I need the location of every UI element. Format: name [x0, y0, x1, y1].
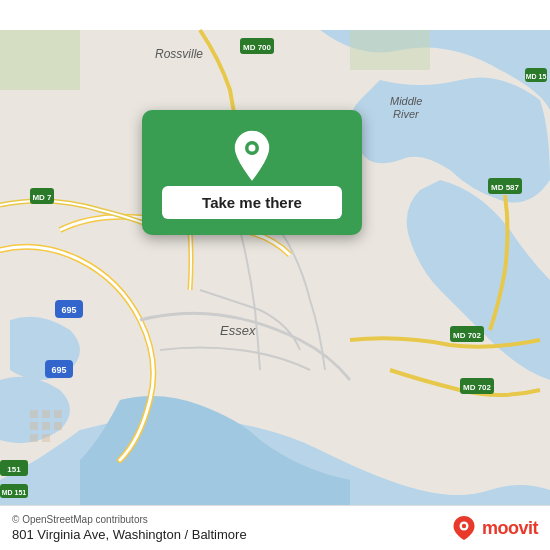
svg-rect-5	[54, 410, 62, 418]
svg-text:MD 15: MD 15	[526, 73, 547, 80]
moovit-brand-name: moovit	[482, 518, 538, 539]
bottom-bar: © OpenStreetMap contributors 801 Virgini…	[0, 505, 550, 550]
svg-rect-8	[54, 422, 62, 430]
svg-text:Middle: Middle	[390, 95, 422, 107]
svg-text:MD 587: MD 587	[491, 183, 520, 192]
svg-rect-1	[0, 30, 80, 90]
action-card: Take me there	[142, 110, 362, 235]
svg-text:695: 695	[51, 365, 66, 375]
location-pin-icon	[228, 128, 276, 176]
svg-text:Essex: Essex	[220, 323, 256, 338]
svg-text:151: 151	[7, 465, 21, 474]
svg-text:MD 702: MD 702	[463, 383, 492, 392]
moovit-logo-icon	[450, 514, 478, 542]
svg-rect-3	[30, 410, 38, 418]
bottom-left-info: © OpenStreetMap contributors 801 Virgini…	[12, 514, 247, 542]
svg-rect-10	[42, 434, 50, 442]
svg-rect-9	[30, 434, 38, 442]
map-container: 695 695 MD 7 MD 700 MD 702 MD 702 MD 587…	[0, 0, 550, 550]
svg-text:MD 151: MD 151	[2, 489, 27, 496]
svg-rect-7	[42, 422, 50, 430]
map-background: 695 695 MD 7 MD 700 MD 702 MD 702 MD 587…	[0, 0, 550, 550]
svg-point-40	[462, 524, 466, 528]
svg-text:Rossville: Rossville	[155, 47, 203, 61]
svg-text:695: 695	[61, 305, 76, 315]
svg-text:MD 702: MD 702	[453, 331, 482, 340]
svg-text:MD 700: MD 700	[243, 43, 272, 52]
svg-rect-2	[350, 30, 430, 70]
moovit-logo: moovit	[450, 514, 538, 542]
attribution-text: © OpenStreetMap contributors	[12, 514, 247, 525]
svg-point-38	[249, 145, 256, 152]
address-text: 801 Virginia Ave, Washington / Baltimore	[12, 527, 247, 542]
svg-text:MD 7: MD 7	[32, 193, 52, 202]
svg-rect-4	[42, 410, 50, 418]
svg-text:River: River	[393, 108, 420, 120]
svg-rect-6	[30, 422, 38, 430]
take-me-there-button[interactable]: Take me there	[162, 186, 342, 219]
